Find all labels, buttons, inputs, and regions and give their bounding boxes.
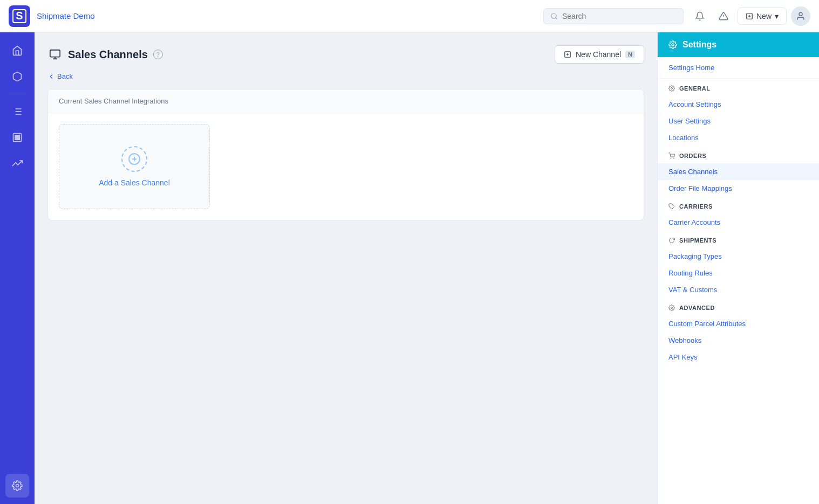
general-label-text: GENERAL bbox=[679, 85, 711, 92]
tag-icon bbox=[668, 203, 675, 210]
settings-nav-packaging-types[interactable]: Packaging Types bbox=[658, 248, 819, 265]
left-sidebar bbox=[0, 32, 35, 504]
svg-point-7 bbox=[799, 12, 802, 16]
gear-small-icon bbox=[668, 85, 675, 92]
sidebar-item-orders[interactable] bbox=[5, 100, 29, 123]
carriers-label-text: CARRIERS bbox=[679, 203, 713, 210]
user-avatar-button[interactable] bbox=[791, 6, 810, 26]
bell-icon bbox=[695, 11, 705, 21]
triangle-alert-icon bbox=[719, 11, 728, 21]
plus-square-icon bbox=[746, 12, 753, 20]
search-input[interactable] bbox=[562, 12, 677, 20]
settings-section-advanced: ADVANCED bbox=[658, 298, 819, 315]
settings-nav-account-settings[interactable]: Account Settings bbox=[658, 96, 819, 113]
settings-section-general: GENERAL bbox=[658, 79, 819, 96]
chevron-left-icon bbox=[47, 73, 55, 80]
svg-rect-16 bbox=[50, 50, 60, 57]
sidebar-settings-button[interactable] bbox=[5, 474, 29, 498]
search-icon bbox=[550, 12, 558, 20]
sidebar-item-barcode[interactable] bbox=[5, 126, 29, 149]
advanced-label-text: ADVANCED bbox=[679, 305, 715, 311]
settings-section-orders-label: ORDERS bbox=[668, 153, 808, 159]
cube-icon bbox=[12, 71, 23, 82]
new-button[interactable]: New ▾ bbox=[738, 8, 787, 25]
plus-square-btn-icon bbox=[564, 51, 571, 58]
settings-header-gear-icon bbox=[668, 40, 677, 49]
settings-nav-routing-rules[interactable]: Routing Rules bbox=[658, 265, 819, 281]
settings-section-carriers-label: CARRIERS bbox=[668, 203, 808, 210]
svg-line-1 bbox=[556, 17, 557, 19]
trending-up-icon bbox=[12, 158, 23, 169]
new-button-label: New bbox=[756, 12, 772, 20]
sidebar-item-cube[interactable] bbox=[5, 65, 29, 88]
add-channel-icon bbox=[121, 146, 147, 172]
settings-advanced-icon bbox=[668, 305, 675, 311]
header-actions: New ▾ bbox=[690, 6, 810, 26]
settings-nav-api-keys[interactable]: API Keys bbox=[658, 349, 819, 365]
svg-point-30 bbox=[671, 307, 673, 309]
svg-point-26 bbox=[671, 88, 673, 89]
settings-icon bbox=[12, 480, 23, 491]
svg-point-27 bbox=[671, 158, 671, 158]
settings-nav-carrier-accounts[interactable]: Carrier Accounts bbox=[658, 214, 819, 231]
settings-nav-user-settings[interactable]: User Settings bbox=[658, 113, 819, 129]
logo-letter: S bbox=[12, 9, 26, 23]
notifications-button[interactable] bbox=[690, 6, 709, 26]
page-title-icon bbox=[47, 47, 63, 62]
sidebar-bottom bbox=[5, 474, 29, 498]
monitor-icon bbox=[49, 49, 61, 60]
settings-section-shipments-label: SHIPMENTS bbox=[668, 237, 808, 244]
svg-point-28 bbox=[674, 158, 674, 158]
settings-home-link[interactable]: Settings Home bbox=[658, 57, 819, 79]
svg-point-15 bbox=[16, 485, 19, 487]
settings-section-shipments: SHIPMENTS bbox=[658, 231, 819, 248]
page-title: Sales Channels bbox=[68, 49, 148, 61]
sidebar-item-analytics[interactable] bbox=[5, 151, 29, 175]
settings-nav-custom-parcel-attributes[interactable]: Custom Parcel Attributes bbox=[658, 315, 819, 332]
settings-nav-vat-customs[interactable]: VAT & Customs bbox=[658, 281, 819, 298]
page-title-group: Sales Channels ? bbox=[47, 47, 163, 62]
main-card: Current Sales Channel Integrations Add a… bbox=[47, 89, 644, 220]
sidebar-item-home[interactable] bbox=[5, 39, 29, 63]
sidebar-divider-1 bbox=[9, 94, 26, 94]
content-area: Sales Channels ? New Channel N Back Curr… bbox=[35, 32, 657, 504]
card-section-title: Current Sales Channel Integrations bbox=[48, 89, 644, 113]
plus-circle-icon bbox=[128, 153, 141, 165]
settings-section-advanced-label: ADVANCED bbox=[668, 305, 808, 311]
page-header: Sales Channels ? New Channel N bbox=[47, 45, 644, 64]
settings-section-general-label: GENERAL bbox=[668, 85, 808, 92]
new-channel-button[interactable]: New Channel N bbox=[555, 45, 644, 64]
new-channel-shortcut: N bbox=[625, 51, 635, 58]
shipments-label-text: SHIPMENTS bbox=[679, 237, 716, 244]
back-label: Back bbox=[57, 72, 73, 80]
settings-nav-sales-channels[interactable]: Sales Channels bbox=[658, 163, 819, 180]
settings-panel: Settings Settings Home GENERAL Account S… bbox=[657, 32, 819, 504]
settings-nav-webhooks[interactable]: Webhooks bbox=[658, 332, 819, 349]
svg-point-25 bbox=[672, 44, 674, 46]
alerts-button[interactable] bbox=[714, 6, 733, 26]
main-layout: Sales Channels ? New Channel N Back Curr… bbox=[0, 32, 819, 504]
settings-section-orders: ORDERS bbox=[658, 146, 819, 163]
search-bar[interactable] bbox=[543, 8, 684, 24]
refresh-icon bbox=[668, 237, 675, 244]
add-channel-card[interactable]: Add a Sales Channel bbox=[59, 124, 210, 209]
help-icon[interactable]: ? bbox=[153, 50, 163, 59]
card-body: Add a Sales Channel bbox=[48, 113, 644, 220]
add-channel-label: Add a Sales Channel bbox=[99, 178, 170, 187]
app-logo: S bbox=[9, 5, 30, 27]
settings-panel-title: Settings bbox=[682, 40, 716, 50]
settings-nav-locations[interactable]: Locations bbox=[658, 129, 819, 146]
orders-label-text: ORDERS bbox=[679, 153, 706, 159]
back-link[interactable]: Back bbox=[47, 72, 644, 80]
new-channel-label: New Channel bbox=[576, 50, 621, 59]
new-button-chevron: ▾ bbox=[775, 12, 779, 20]
cart-icon bbox=[668, 153, 675, 159]
settings-section-carriers: CARRIERS bbox=[658, 197, 819, 214]
settings-panel-header: Settings bbox=[658, 32, 819, 57]
svg-point-0 bbox=[551, 13, 556, 18]
top-header: S Shipmate Demo New ▾ bbox=[0, 0, 819, 32]
home-icon bbox=[12, 45, 23, 56]
app-name: Shipmate Demo bbox=[37, 11, 537, 20]
list-icon bbox=[12, 106, 23, 117]
settings-nav-order-file-mappings[interactable]: Order File Mappings bbox=[658, 180, 819, 197]
